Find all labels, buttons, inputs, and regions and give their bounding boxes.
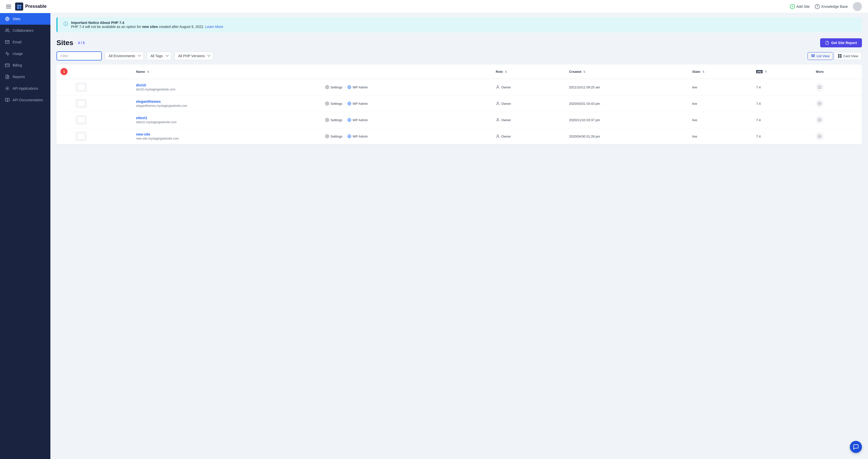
chevron-down-circle-icon (817, 118, 822, 122)
notice-icon: ⓘ (63, 21, 68, 27)
chat-widget[interactable] (850, 441, 862, 453)
notice-bold: new sites (142, 25, 158, 29)
list-view-label: List View (816, 54, 830, 58)
content-area: ⓘ Important Notice About PHP 7.4 PHP 7.4… (51, 13, 868, 459)
svg-rect-15 (838, 54, 839, 56)
doc-icon (5, 98, 9, 102)
list-view-button[interactable]: List View (807, 52, 833, 60)
sidebar-item-api-documentation[interactable]: API Documentation (0, 94, 51, 106)
svg-point-21 (497, 86, 498, 87)
view-toggle: List View Card View (807, 52, 862, 60)
sidebar-item-api-applications-label: API Applications (12, 87, 38, 91)
svg-rect-1 (20, 5, 21, 6)
avatar[interactable] (853, 2, 862, 11)
svg-point-19 (327, 87, 328, 88)
role-cell: Owner (492, 112, 565, 128)
svg-point-26 (818, 102, 821, 105)
notice-text-before: PHP 7.4 will not be available as an opti… (71, 25, 142, 29)
row-count-badge: 1 (61, 68, 67, 75)
th-php[interactable]: php ⇅ (752, 65, 812, 79)
site-domain: divi10.mystagingwebsite.com (136, 88, 315, 91)
site-name-link[interactable]: ettest1 (136, 116, 148, 120)
table-body: divi10 divi10.mystagingwebsite.com Setti… (57, 79, 862, 144)
sidebar-item-billing[interactable]: Billing (0, 60, 51, 71)
site-thumbnail (75, 116, 87, 125)
more-button[interactable] (816, 84, 824, 91)
created-cell: 2021/10/12 09:25 am (565, 79, 688, 96)
site-thumb-cell (71, 79, 132, 96)
card-view-button[interactable]: Card View (834, 52, 862, 60)
settings-icon (325, 118, 329, 122)
th-thumbnail (71, 65, 132, 79)
site-actions-cell: Settings WP Admin (319, 112, 492, 128)
site-name-link[interactable]: new-site (136, 132, 150, 136)
menu-icon[interactable] (6, 5, 11, 8)
get-site-report-button[interactable]: Get Site Report (820, 38, 862, 47)
name-sort-icon: ⇅ (147, 70, 149, 73)
site-domain: elegantthemes.mystagingwebsite.com (136, 104, 315, 107)
sites-title-group: Sites 4 / 5 (57, 39, 87, 47)
sidebar: Sites Collaborators Email Usage (0, 13, 51, 459)
wp-admin-button[interactable]: WP Admin (345, 100, 370, 106)
php-cell: 7.4 (752, 128, 812, 144)
th-state[interactable]: State ⇅ (688, 65, 752, 79)
sidebar-item-sites[interactable]: Sites (0, 13, 51, 25)
more-cell (812, 79, 862, 96)
site-name-link[interactable]: divi10 (136, 83, 146, 87)
wp-admin-button[interactable]: WP Admin (345, 117, 370, 123)
wp-admin-button[interactable]: WP Admin (345, 84, 370, 90)
svg-point-29 (497, 119, 498, 120)
settings-button[interactable]: Settings (323, 84, 344, 90)
th-name[interactable]: Name ⇅ (132, 65, 319, 79)
tags-filter[interactable]: All Tags (147, 52, 172, 60)
settings-icon (325, 101, 329, 105)
role-text: Owner (501, 102, 511, 105)
site-name-cell: elegantthemes elegantthemes.mystagingweb… (132, 96, 319, 112)
more-button[interactable] (816, 132, 824, 140)
chat-icon (853, 444, 859, 450)
row-num-cell (57, 112, 71, 128)
php-filter[interactable]: All PHP Versions (175, 52, 213, 60)
sidebar-item-reports[interactable]: Reports (0, 71, 51, 83)
settings-button[interactable]: Settings (323, 100, 344, 106)
knowledge-base-button[interactable]: ? Knowledge Base (815, 4, 848, 9)
sites-table-container: 1 Name ⇅ Role ⇅ Created (57, 65, 862, 144)
svg-rect-12 (811, 55, 815, 55)
sidebar-item-usage[interactable]: Usage (0, 48, 51, 60)
settings-icon (325, 134, 329, 138)
site-name-link[interactable]: elegantthemes (136, 99, 161, 103)
site-thumb-inner (77, 100, 85, 107)
th-created[interactable]: Created ⇅ (565, 65, 688, 79)
svg-point-23 (327, 103, 328, 104)
more-button[interactable] (816, 116, 824, 124)
table-row: divi10 divi10.mystagingwebsite.com Setti… (57, 79, 862, 96)
settings-button[interactable]: Settings (323, 133, 344, 139)
settings-button[interactable]: Settings (323, 117, 344, 123)
filter-input[interactable] (57, 52, 102, 61)
th-name-label: Name (136, 70, 145, 73)
list-icon (811, 54, 815, 58)
th-role-label: Role (496, 70, 503, 73)
person-icon (496, 101, 500, 105)
more-button[interactable] (816, 100, 824, 107)
chevron-down-circle-icon (817, 101, 822, 105)
notice-learn-more-link[interactable]: Learn More (205, 25, 223, 29)
row-num-cell (57, 96, 71, 112)
site-thumb-cell (71, 128, 132, 144)
wp-admin-button[interactable]: WP Admin (345, 133, 370, 139)
sidebar-item-collaborators[interactable]: Collaborators (0, 25, 51, 36)
sidebar-item-api-applications[interactable]: API Applications (0, 83, 51, 94)
role-text: Owner (501, 118, 511, 122)
sidebar-item-billing-label: Billing (12, 63, 22, 67)
svg-point-22 (818, 86, 821, 89)
add-site-button[interactable]: + Add Site (790, 4, 810, 9)
state-cell: live (688, 128, 752, 144)
th-role[interactable]: Role ⇅ (492, 65, 565, 79)
site-name-cell: new-site new-site.mystagingwebsite.com (132, 128, 319, 144)
environment-filter[interactable]: All Environments (105, 52, 144, 60)
sidebar-item-email[interactable]: Email (0, 36, 51, 48)
sidebar-item-sites-label: Sites (12, 17, 21, 21)
row-num-cell (57, 128, 71, 144)
sidebar-item-api-documentation-label: API Documentation (12, 98, 43, 102)
site-domain: new-site.mystagingwebsite.com (136, 137, 315, 140)
